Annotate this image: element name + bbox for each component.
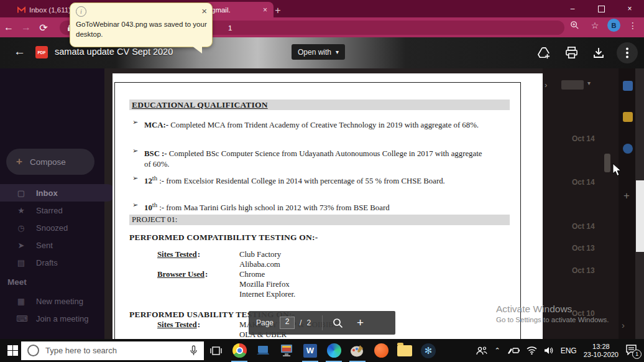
chevron-down-icon: ▾	[587, 80, 591, 86]
sidebar-item-starred[interactable]: ★ Starred	[0, 202, 116, 219]
sidebar-item-label: Join a meeting	[36, 314, 89, 323]
zoom-icon[interactable]	[570, 21, 582, 30]
download-button[interactable]	[589, 44, 608, 62]
forward-button[interactable]: →	[17, 22, 35, 33]
sidebar-item-sent[interactable]: ➤ Sent	[0, 236, 116, 254]
draft-icon: ▤	[16, 258, 26, 267]
activate-windows-line1: Activate Windows	[496, 304, 572, 315]
paint-palette-icon	[350, 344, 365, 358]
bookmark-star-icon[interactable]: ☆	[589, 21, 601, 30]
scroll-right-chevron-icon[interactable]: ›	[622, 320, 625, 330]
add-addon-icon[interactable]: +	[623, 190, 630, 202]
taskbar-remote-desktop-icon[interactable]	[275, 339, 298, 362]
info-icon: i	[76, 6, 86, 17]
notification-message: GoToWebinar 043.png was saved to your de…	[76, 19, 208, 39]
meet-section-header: Meet	[7, 277, 27, 287]
open-with-button[interactable]: Open with ▾	[292, 44, 345, 60]
wifi-icon[interactable]	[527, 346, 537, 355]
bullet-text: Completed BSc Computer Science from Uday…	[144, 149, 482, 169]
site-value: Club Factory	[239, 250, 281, 259]
browser-used-label: Browser Used	[157, 270, 208, 279]
chrome-icon	[232, 343, 247, 358]
toolbar-divider	[322, 315, 323, 330]
browser-value: Mozilla Firefox	[239, 280, 290, 289]
action-center-button[interactable]: 1	[625, 345, 639, 357]
sidebar-item-new-meeting[interactable]: ▦ New meeting	[0, 292, 116, 310]
tab-title: gmail.	[211, 6, 231, 14]
restore-icon	[598, 6, 605, 12]
taskbar-word-icon[interactable]: W	[298, 339, 322, 362]
keep-icon[interactable]	[623, 112, 633, 122]
email-date: Oct 14	[572, 222, 604, 231]
browser-menu-icon[interactable]: ⋮	[627, 21, 639, 30]
inbox-section-dropdown[interactable]	[561, 80, 584, 90]
pen-battery-icon[interactable]	[507, 346, 520, 355]
sidebar-item-join-meeting[interactable]: ⌨ Join a meeting	[0, 310, 116, 327]
taskbar-file-explorer-icon[interactable]	[393, 339, 416, 362]
calendar-icon[interactable]	[623, 81, 633, 91]
magnifier-icon	[333, 318, 343, 328]
taskbar-edge-icon[interactable]	[322, 339, 346, 362]
taskbar-paint-icon[interactable]	[346, 339, 369, 362]
keyboard-icon: ⌨	[16, 314, 26, 323]
taskbar-search-input[interactable]: Type here to search	[21, 341, 204, 360]
print-button[interactable]	[562, 44, 581, 62]
folder-icon	[397, 345, 412, 356]
task-view-icon	[210, 346, 222, 356]
new-tab-button[interactable]: +	[271, 4, 285, 17]
pdf-back-button[interactable]: ←	[14, 45, 25, 58]
education-bullet-bsc: ➢ BSC :- Completed BSc Computer Science …	[144, 146, 485, 170]
language-indicator[interactable]: ENG	[561, 346, 577, 355]
taskbar-laptop-app-icon[interactable]	[251, 339, 275, 362]
sidebar-item-drafts[interactable]: ▤ Drafts	[0, 254, 116, 271]
tasks-icon[interactable]	[623, 144, 633, 154]
profile-avatar[interactable]: B	[607, 19, 620, 32]
start-button[interactable]	[4, 339, 21, 362]
zoom-in-button[interactable]: +	[357, 316, 364, 330]
add-to-drive-icon	[537, 47, 551, 59]
clock-icon: ◷	[16, 223, 26, 233]
bullet-term: 12	[144, 177, 152, 185]
reload-button[interactable]: ⟳	[35, 22, 52, 34]
notification-close-icon[interactable]: ×	[201, 6, 207, 16]
send-icon: ➤	[16, 241, 26, 250]
close-button[interactable]: ×	[615, 0, 644, 17]
hidden-icons-chevron[interactable]: ⌃	[494, 346, 500, 355]
email-date: Oct 14	[572, 178, 604, 187]
taskbar-orange-app-icon[interactable]	[369, 339, 393, 362]
mouse-cursor	[612, 163, 622, 177]
older-chevron-icon[interactable]: ›	[545, 80, 547, 90]
compose-button[interactable]: + Compose	[6, 149, 94, 175]
tab-gmail-active[interactable]: gmail. ×	[205, 2, 274, 17]
people-icon[interactable]	[476, 346, 487, 355]
clock-date: 23-10-2020	[584, 351, 619, 359]
scrollbar-thumb[interactable]	[636, 180, 644, 252]
back-button[interactable]: ←	[0, 22, 17, 33]
total-pages: 2	[306, 318, 311, 327]
snowflake-icon: ✻	[421, 343, 436, 358]
tab-close-icon[interactable]: ×	[263, 6, 267, 14]
sidebar-item-snoozed[interactable]: ◷ Snoozed	[0, 219, 116, 236]
microphone-icon[interactable]	[190, 345, 198, 356]
taskbar-snowflake-app-icon[interactable]: ✻	[416, 339, 440, 362]
zoom-fit-button[interactable]	[333, 318, 343, 328]
restore-button[interactable]	[587, 0, 615, 17]
sidebar-item-inbox[interactable]: ▢ Inbox	[0, 184, 116, 202]
bullet-arrow-icon: ➢	[132, 146, 138, 156]
bullet-sup: th	[152, 175, 157, 182]
minimize-button[interactable]: –	[558, 0, 587, 17]
taskbar-chrome-icon[interactable]	[228, 339, 251, 362]
speaker-icon[interactable]	[544, 346, 554, 355]
education-bullet-12th: ➢ 12th :- from Excelsior Residental Coll…	[144, 173, 485, 187]
pdf-more-options-button[interactable]	[617, 42, 638, 63]
page-separator: /	[300, 318, 301, 327]
task-view-button[interactable]	[204, 339, 228, 362]
project-heading-bar: PROJECT 01:	[129, 215, 510, 225]
inner-scrollbar-thumb[interactable]	[604, 154, 610, 172]
page-number-input[interactable]: 2	[280, 317, 295, 329]
email-date: Oct 14	[572, 134, 604, 143]
add-to-drive-button[interactable]	[535, 44, 553, 62]
taskbar-clock[interactable]: 13:28 23-10-2020	[584, 343, 619, 359]
star-icon: ★	[16, 206, 26, 215]
email-date: Oct 13	[572, 244, 604, 253]
